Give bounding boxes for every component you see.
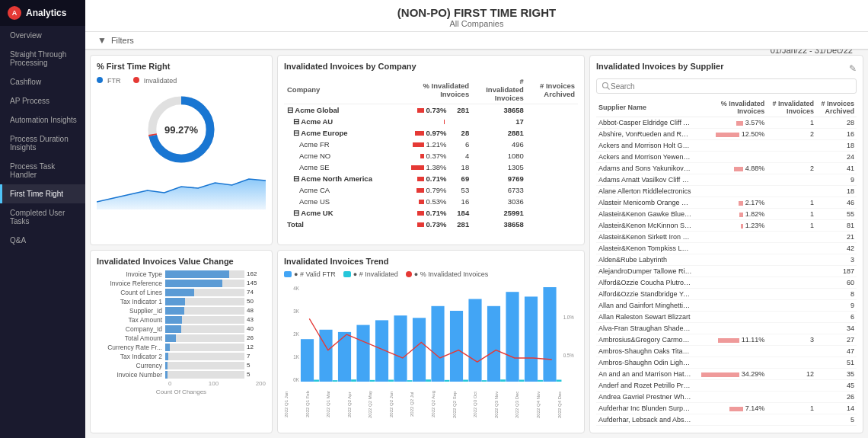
supplier-archived: 24 [816, 152, 857, 163]
svg-text:1.0%: 1.0% [563, 315, 574, 320]
supplier-invalidated: 12 [767, 369, 816, 380]
trend-bar-valid [506, 292, 519, 382]
company-row: ⊟ Acme UK 0.71% 184 25991 [284, 207, 578, 219]
supplier-name: Allan Raleston Sewart Blizzart [596, 312, 694, 323]
legend-invalidated: ● # Invalidated [343, 270, 398, 278]
supplier-row: Alford&Ozzie Standbridge Yew techs 8 [596, 289, 857, 300]
supplier-name: Alford&Ozzie Coucha Plutronics [596, 277, 694, 289]
company-invalidated: 16 [450, 196, 473, 207]
supplier-invalidated [767, 289, 816, 300]
sidebar-item[interactable]: Automation Insights [0, 110, 85, 129]
hbar-row: Tax Indicator 1 50 [97, 298, 266, 305]
supplier-bar-pct [694, 323, 767, 334]
supplier-name: Adams and Sons Yakunikov Vortexecurity [596, 163, 694, 174]
supplier-bar-pct: 12.50% [694, 129, 767, 140]
trend-bar-valid [450, 311, 463, 382]
search-input[interactable] [611, 82, 851, 91]
sidebar-item[interactable]: Process Task Handler [0, 157, 85, 184]
supplier-archived: 81 [816, 220, 857, 232]
trend-bar-invalid [500, 379, 506, 382]
hbar-track [165, 289, 244, 296]
company-archived: 25991 [472, 207, 527, 219]
supplier-name: Ambros-Shaughn Oaks Titaniumotors [596, 346, 694, 357]
trend-bar-invalid [538, 380, 543, 382]
company-bar [397, 116, 449, 127]
supplier-name: Alford&Ozzie Standbridge Yew techs [596, 289, 694, 300]
sidebar-item[interactable]: First Time Right [0, 184, 85, 203]
supplier-archived: 18 [816, 140, 857, 152]
sidebar-item[interactable]: Overview [0, 26, 85, 45]
trend-x-label: 2022 Q4 Nov [536, 391, 557, 418]
search-box[interactable] [596, 78, 857, 94]
supplier-archived: 45 [816, 380, 857, 392]
col-num-invalidated: #InvalidatedInvoices [472, 75, 527, 104]
hbar-row: Currency Rate Fr... 12 [97, 344, 266, 351]
trend-bar-invalid [463, 380, 468, 382]
company-row: Acme SE 1.38% 18 1305 [284, 161, 578, 173]
hbar-value: 43 [247, 316, 266, 323]
supplier-name: Anderf and Rozet Petrillo Priductions [596, 380, 694, 392]
hbar-value: 5 [247, 371, 266, 378]
ftr-card: % First Time Right FTR Invalidated 99.27… [90, 55, 273, 245]
supplier-invalidated: 1 [767, 220, 816, 232]
supplier-title: Invalidated Invoices by Supplier [596, 62, 724, 71]
supplier-bar-pct [694, 186, 767, 197]
trend-legend: ● # Valid FTR ● # Invalidated ● % Invali… [284, 270, 578, 278]
supplier-card: Invalidated Invoices by Supplier ✎ Suppl… [589, 55, 863, 433]
supplier-archived: 46 [816, 197, 857, 209]
company-bar: 0.73% [397, 104, 449, 117]
svg-text:4K: 4K [293, 286, 299, 291]
company-invalidated: 69 [450, 173, 473, 184]
company-row: ⊟ Acme AU 17 [284, 116, 578, 127]
supplier-invalidated [767, 277, 816, 289]
company-bar: 0.71% [397, 173, 449, 184]
trend-bar-valid [431, 306, 444, 382]
supplier-archived: 21 [816, 232, 857, 243]
supplier-archived: 28 [816, 117, 857, 129]
company-row: ⊟ Acme Global 0.73% 281 38658 [284, 104, 578, 117]
supplier-archived: 187 [816, 266, 857, 277]
supplier-name: Abbot-Casper Eldridge Cliff Acoustics [596, 117, 694, 129]
supplier-table-container[interactable]: Supplier Name % InvalidatedInvoices # In… [596, 98, 857, 426]
supplier-bar-pct [694, 254, 767, 266]
supplier-name: Alasteir&Kenon Gawke Bluetronics [596, 209, 694, 220]
ftr-legend-invalidated: Invalidated [133, 75, 183, 85]
svg-marker-3 [97, 179, 266, 209]
company-name: Acme SE [284, 161, 397, 173]
supplier-invalidated [767, 392, 816, 403]
trend-x-label: 2022 Q3 Oct [473, 391, 494, 418]
svg-text:0K: 0K [293, 377, 299, 382]
trend-bar-invalid [519, 380, 525, 382]
sidebar-item[interactable]: Completed User Tasks [0, 203, 85, 231]
supplier-row: Alasteir&Kenon McKinnon Silver tronics 1… [596, 220, 857, 232]
hbar-row: Invoice Number 5 [97, 371, 266, 379]
trend-chart-svg: 4K 3K 2K 1K 0K 1.0% 0.5% [284, 281, 578, 388]
supplier-archived: 42 [816, 243, 857, 254]
sidebar-item[interactable]: AP Process [0, 91, 85, 110]
supplier-bar-pct [694, 346, 767, 357]
edit-icon[interactable]: ✎ [849, 63, 857, 74]
search-icon [602, 82, 611, 91]
hbar-row: Tax Amount 43 [97, 316, 266, 324]
supplier-archived: 5 [816, 414, 857, 426]
supplier-name: Alva-Fran Straughan Shade Arts [596, 323, 694, 334]
supplier-invalidated [767, 140, 816, 152]
sidebar-item[interactable]: Straight Through Processing [0, 45, 85, 72]
supplier-name: Abshire, VonRueden and Rempel Bernhardt … [596, 129, 694, 140]
sidebar-item[interactable]: Cashflow [0, 72, 85, 91]
supplier-row: Alford&Ozzie Coucha Plutronics 60 [596, 277, 857, 289]
supplier-bar-pct: 7.14% [694, 403, 767, 414]
trend-x-label: 2022 Q2 May [368, 391, 389, 418]
supplier-name: Alane Allerton Riddlelectronics [596, 186, 694, 197]
sidebar-item[interactable]: Q&A [0, 231, 85, 250]
company-name: ⊟ Acme Europe [284, 127, 397, 139]
svg-point-4 [603, 83, 608, 88]
sidebar-item[interactable]: Process Duration Insights [0, 129, 85, 157]
svg-text:0.5%: 0.5% [563, 353, 574, 358]
supplier-bar-pct [694, 312, 767, 323]
company-archived: 38658 [472, 219, 527, 230]
supplier-archived: 27 [816, 334, 857, 346]
company-invalidated: 4 [450, 150, 473, 161]
company-name: Acme US [284, 196, 397, 207]
supplier-invalidated [767, 152, 816, 163]
